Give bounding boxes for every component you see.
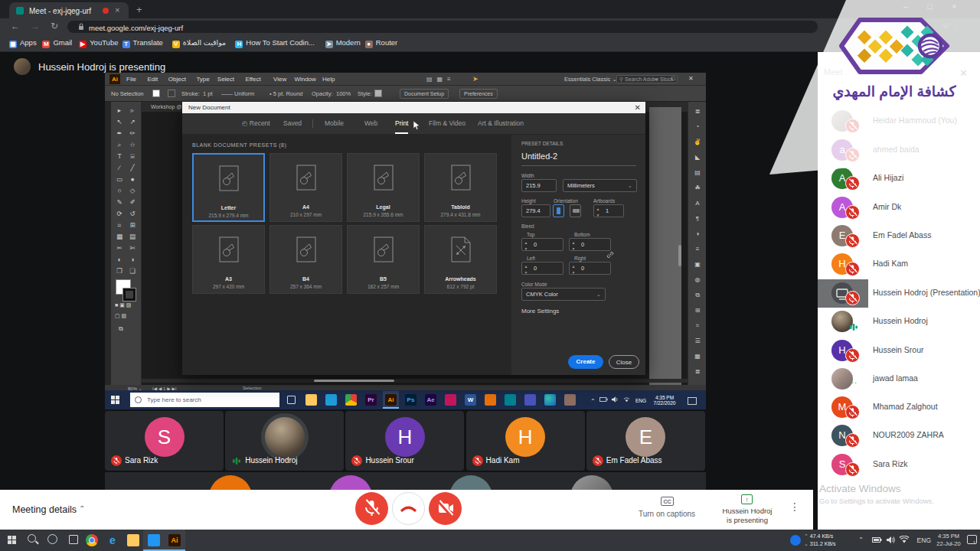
panel-icon[interactable]: ¶ [692,214,703,224]
preset-card-legal[interactable]: Legal215.9 x 355.6 mm [347,153,420,222]
dialog-tab-film-video[interactable]: Film & Video [429,119,466,127]
orientation-portrait[interactable] [553,204,564,217]
tool-icon[interactable]: ● [126,174,139,185]
tool-icon[interactable]: ⌸ [126,151,139,162]
dock-scroll-thumb[interactable] [678,245,681,266]
tool-icon[interactable]: ▸ [113,105,126,116]
meeting-details-button[interactable]: Meeting details [12,504,77,515]
menu-effect[interactable]: Effect [245,76,260,83]
panel-icon[interactable]: ▤ [692,168,703,178]
tool-icon[interactable]: ✐ [126,197,139,208]
tool-icon[interactable]: ⊞ [126,220,139,231]
tool-icon[interactable]: ▭ [113,174,126,185]
edge-taskbar-icon[interactable]: e [106,534,119,546]
menu-help[interactable]: Help [322,76,335,83]
menu-window[interactable]: Window [294,76,315,83]
stroke-value[interactable]: 1 pt [203,90,213,97]
participant-row[interactable]: Hussein Hodroj (Presentation) [818,279,980,308]
bookmark-4[interactable]: Vمواقيت الصلاة [172,38,226,49]
dialog-tab-web[interactable]: Web [364,119,377,127]
tool-icon[interactable]: ↖ [113,116,126,128]
panel-icon[interactable]: ☘ [692,183,703,194]
video-tile[interactable]: HHadi Kam [466,411,585,471]
close-icon[interactable]: × [952,2,956,11]
panel-icon[interactable]: ◣ [692,152,703,163]
taskview-icon[interactable] [69,535,78,544]
stroke-color-swatch[interactable] [123,289,136,301]
panel-icon[interactable]: ≡ [692,244,703,255]
panel-icon[interactable]: ◍ [692,275,703,285]
dialog-tab-mobile[interactable]: Mobile [325,119,344,127]
participant-row[interactable]: EEm Fadel Abass [818,222,980,250]
bleed-left-input[interactable]: ▲▼0 [521,262,564,275]
stroke-swatch[interactable] [168,90,175,97]
tray-app-icon[interactable] [790,535,801,546]
participant-row[interactable]: HHussein Srour [818,337,980,365]
brush-type[interactable]: • 5 pt. Round [270,90,303,97]
preset-card-a3[interactable]: A3297 x 420 mm [192,225,265,294]
new-tab-button[interactable]: + [136,4,142,15]
units-select[interactable]: Millimeters⌄ [563,179,637,192]
scroll-thumb[interactable] [314,380,394,382]
panel-icon[interactable]: ✌ [692,137,703,148]
restore-icon[interactable]: □ [927,2,933,11]
screen-mode-button[interactable]: ⧉ [119,325,132,333]
edge-sphere-icon[interactable] [544,394,556,406]
clock[interactable]: 4:35 PM22-Jul-20 [933,533,965,548]
tool-icon[interactable]: ◑ [126,254,139,266]
style-swatch[interactable] [374,90,382,97]
menu-view[interactable]: View [273,76,286,83]
width-input[interactable]: 215.9 [521,179,557,192]
line-type[interactable]: —— Uniform [221,90,254,97]
tool-icon[interactable]: ✏ [126,128,139,139]
more-settings-link[interactable]: More Settings [521,308,559,315]
menubar-tool-icons[interactable]: ▤▦≡ [426,76,456,83]
video-tile[interactable]: EEm Fadel Abass [586,411,705,471]
tool-icon[interactable]: ○ [113,185,126,197]
adobe-search-input[interactable]: ⚲ Search Adobe Stock [616,75,678,83]
app-teal-icon[interactable] [505,394,516,406]
ai-minimize-icon[interactable]: – [655,75,658,82]
tool-icon[interactable]: ☆ [126,139,139,151]
inner-search-box[interactable]: Type here to search [130,393,279,407]
height-input[interactable]: 279.4 [521,204,550,217]
chrome-icon[interactable] [345,394,357,406]
tab-close-icon[interactable]: × [115,5,119,15]
canvas-hscrollbar[interactable] [142,379,688,383]
ai-close-icon[interactable]: ✕ [688,75,694,82]
app-pink-icon[interactable] [445,394,456,406]
photos-taskbar-icon[interactable] [148,534,160,546]
language-indicator[interactable]: ENG [917,536,931,544]
fill-swatch[interactable] [152,90,160,97]
tool-icon[interactable]: ◐ [113,254,126,266]
menu-type[interactable]: Type [196,76,209,83]
tool-icon[interactable]: ↺ [126,208,139,220]
dialog-tab-recent[interactable]: ◴ Recent [242,119,270,127]
bookmark-5[interactable]: HHow To Start Codin... [235,38,315,49]
browser-tab[interactable]: Meet - exj-jqeg-urf × [9,2,129,18]
tool-icon[interactable]: ✒ [113,128,126,139]
url-bar[interactable]: meet.google.com/exj-jqeg-urf [67,21,818,33]
preset-card-b5[interactable]: B5182 x 257 mm [347,225,420,294]
panel-icon[interactable]: ☰ [692,336,703,347]
preferences-button[interactable]: Preferences [459,89,498,99]
camera-off-button[interactable] [429,492,462,525]
bookmark-1[interactable]: MGmail [42,38,72,49]
preset-card-letter[interactable]: Letter215.9 x 279.4 mm [192,153,265,222]
panel-icon[interactable]: ⊞ [692,305,703,316]
bleed-top-input[interactable]: ▲▼0 [521,238,564,251]
forward-icon[interactable]: → [31,21,40,31]
tray-chevron-icon[interactable]: ⌃ [858,536,864,543]
tool-icon[interactable]: ✎ [113,197,126,208]
orientation-landscape[interactable] [570,204,581,217]
artboards-input[interactable]: ▲▼1 [593,204,624,217]
tool-icon[interactable]: ↗ [126,116,139,128]
participant-row[interactable]: MMhamad Zalghout [818,393,980,422]
premiere-icon[interactable]: Pr [365,394,377,406]
tool-icon[interactable]: ✄ [126,243,139,254]
participant-row[interactable]: AAmir Dk [818,194,980,222]
panel-icon[interactable]: ≣ [692,367,703,377]
bleed-bottom-input[interactable]: ▲▼0 [569,238,611,251]
dialog-tab-print[interactable]: Print [395,119,408,127]
document-setup-button[interactable]: Document Setup [400,89,449,99]
